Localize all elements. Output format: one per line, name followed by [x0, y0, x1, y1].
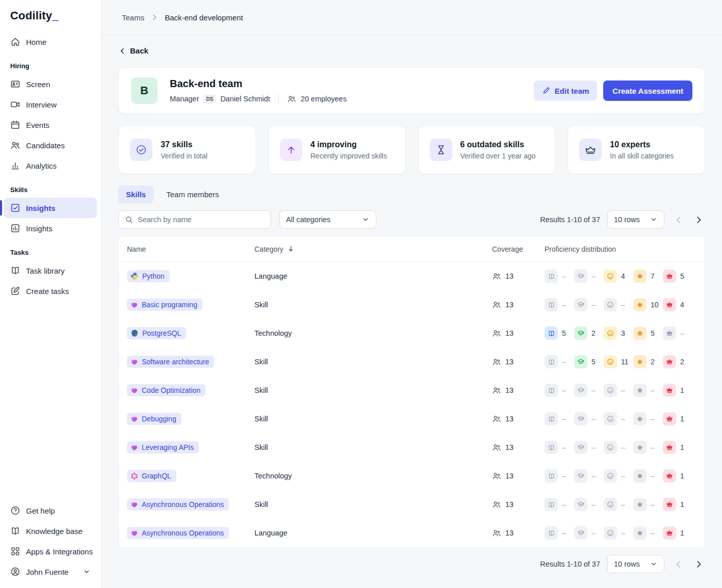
sidebar-item-screen[interactable]: Screen — [4, 74, 97, 94]
crown-icon — [666, 444, 673, 451]
column-proficiency-distribution: Proficiency distribution — [545, 245, 697, 253]
star-icon — [636, 472, 643, 479]
tab-team-members[interactable]: Team members — [159, 185, 226, 203]
sidebar-item-analytics[interactable]: Analytics — [4, 155, 97, 176]
search-input[interactable] — [138, 216, 265, 224]
proficiency-level-2: – — [574, 412, 604, 425]
next-page-button-bottom[interactable] — [692, 557, 705, 571]
table-row-asynchronous-operations[interactable]: Asynchronous OperationsSkill13––––1 — [119, 490, 705, 519]
face-icon — [607, 330, 614, 337]
sidebar-item-candidates[interactable]: Candidates — [4, 135, 97, 155]
proficiency-count: 3 — [621, 329, 625, 337]
coverage-value: 13 — [505, 358, 513, 366]
skill-pill[interactable]: Python — [127, 270, 170, 282]
table-row-debugging[interactable]: DebuggingSkill13––––1 — [119, 405, 705, 433]
sidebar-item-interview[interactable]: Interview — [4, 94, 97, 115]
proficiency-level-3: – — [604, 412, 633, 425]
face-icon — [607, 358, 614, 365]
skill-pill[interactable]: PostgreSQL — [127, 327, 186, 339]
previous-page-button-bottom[interactable] — [672, 557, 685, 571]
sidebar-item-home[interactable]: Home — [4, 32, 97, 52]
book-badge — [545, 498, 558, 511]
sidebar-item-task-library[interactable]: Task library — [4, 260, 97, 281]
skill-name: Python — [142, 272, 165, 280]
sidebar-item-insights[interactable]: Insights — [4, 218, 97, 238]
team-info: Back-end team Manager DS Daniel Schmidt … — [170, 78, 347, 103]
column-name[interactable]: Name — [127, 245, 254, 253]
sidebar-section-skills: Skills — [4, 176, 97, 198]
pagination-bottom-controls: Results 1-10 of 37 10 rows — [540, 555, 705, 573]
arrow-up-icon — [286, 144, 297, 155]
proficiency-level-3: – — [604, 526, 633, 540]
graduation-badge — [574, 384, 587, 397]
edit-team-button[interactable]: Edit team — [534, 81, 598, 101]
proficiency-count: – — [562, 358, 566, 366]
skill-pill[interactable]: GraphQL — [127, 470, 176, 482]
book-icon — [548, 273, 555, 280]
proficiency-level-2: – — [574, 469, 604, 483]
table-row-leveraging-apis[interactable]: Leveraging APIsSkill13––––1 — [119, 433, 705, 462]
skill-pill[interactable]: Leveraging APIs — [127, 441, 199, 453]
user-menu[interactable]: John Fuente — [4, 562, 97, 582]
create-assessment-button[interactable]: Create Assessment — [603, 81, 692, 101]
sidebar-item-apps-integrations[interactable]: Apps & Integrations — [4, 541, 97, 562]
sidebar-item-get-help[interactable]: Get help — [4, 500, 97, 521]
previous-page-button[interactable] — [672, 213, 685, 226]
skill-pill[interactable]: Debugging — [127, 413, 182, 425]
table-row-code-optimization[interactable]: Code OptimizationSkill13––––1 — [119, 376, 705, 405]
sidebar-item-knowledge-base[interactable]: Knowledge base — [4, 521, 97, 541]
skill-pill[interactable]: Asynchronous Operations — [127, 527, 229, 539]
table-row-postgresql[interactable]: PostgreSQLTechnology135235– — [119, 319, 705, 348]
python-icon — [131, 272, 139, 280]
proficiency-count: – — [591, 443, 596, 451]
back-button[interactable]: Back — [118, 46, 148, 55]
tab-skills[interactable]: Skills — [118, 185, 153, 203]
sidebar-item-insights[interactable]: Insights — [4, 198, 97, 218]
interview-icon — [10, 99, 20, 110]
cell-proficiency-distribution: ––475 — [545, 270, 697, 283]
search-box[interactable] — [118, 210, 271, 229]
stat-value: 4 improving — [311, 140, 387, 149]
chevron-down-icon — [83, 568, 91, 576]
category-select[interactable]: All categories — [279, 210, 376, 229]
sidebar-nav: HomeHiringScreenInterviewEventsCandidate… — [0, 30, 101, 500]
stat-icon-tile — [280, 139, 302, 161]
star-badge — [633, 355, 647, 368]
table-row-asynchronous-operations[interactable]: Asynchronous OperationsLanguage13––––1 — [119, 519, 705, 547]
proficiency-count: – — [651, 500, 655, 509]
table-row-python[interactable]: PythonLanguage13––475 — [119, 262, 705, 290]
next-page-button[interactable] — [692, 213, 705, 226]
skill-pill[interactable]: Asynchronous Operations — [127, 498, 229, 511]
sidebar-item-events[interactable]: Events — [4, 115, 97, 135]
coverage-value-wrap: 13 — [492, 414, 545, 423]
insights-chart-icon — [10, 223, 20, 233]
crown-badge — [663, 498, 676, 511]
breadcrumb-teams[interactable]: Teams — [122, 13, 144, 22]
rows-per-page-select[interactable]: 10 rows — [607, 210, 664, 229]
rows-per-page-select-bottom[interactable]: 10 rows — [607, 555, 664, 573]
sidebar-item-create-tasks[interactable]: Create tasks — [4, 281, 97, 301]
coverage-value: 13 — [505, 301, 513, 309]
table-row-graphql[interactable]: GraphQLTechnology13––––1 — [119, 462, 705, 490]
proficiency-count: – — [562, 529, 566, 537]
skill-pill[interactable]: Software architecture — [127, 356, 214, 368]
insights-check-icon — [10, 203, 20, 213]
category-label: Language — [254, 272, 288, 280]
candidates-icon — [10, 140, 20, 150]
skill-pill[interactable]: Code Optimization — [127, 384, 205, 396]
column-category[interactable]: Category — [254, 245, 492, 253]
table-row-basic-programing[interactable]: Basic programingSkill13–––104 — [119, 290, 705, 319]
book-icon — [548, 359, 555, 365]
skill-name: Asynchronous Operations — [142, 529, 224, 537]
skill-pill[interactable]: Basic programing — [127, 299, 202, 311]
proficiency-count: 1 — [680, 443, 684, 451]
coverage-value: 13 — [505, 443, 513, 451]
face-icon — [607, 415, 614, 422]
edit-team-label: Edit team — [555, 87, 589, 95]
cell-category: Skill — [254, 301, 492, 309]
table-row-software-architecture[interactable]: Software architectureSkill13–51122 — [119, 348, 705, 376]
manager-name: Daniel Schmidt — [220, 95, 270, 103]
proficiency-level-4: – — [633, 469, 663, 483]
stat-card-37-skills: 37 skillsVerified in total — [118, 125, 256, 174]
face-badge — [604, 498, 617, 511]
